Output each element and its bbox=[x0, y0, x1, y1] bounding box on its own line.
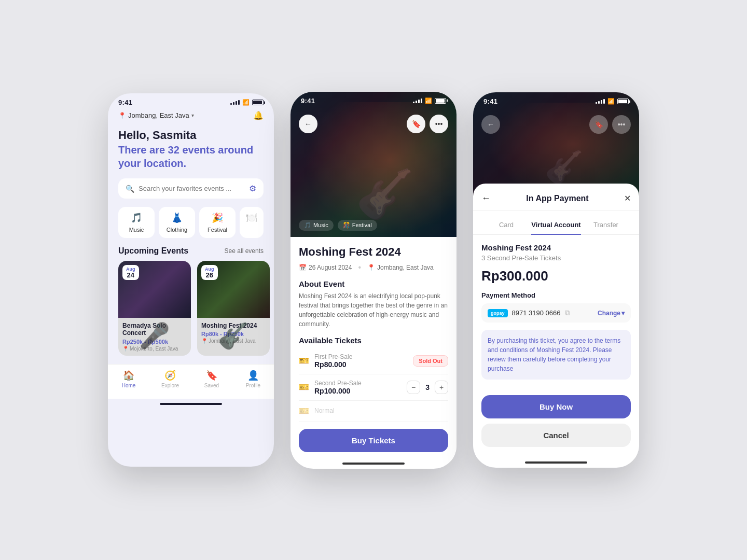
event-location-meta: 📍 Jombang, East Java bbox=[367, 264, 434, 271]
tag-music: 🎵 Music bbox=[299, 220, 334, 231]
tab-transfer[interactable]: Transfer bbox=[581, 217, 631, 235]
status-bar-1: 9:41 📶 bbox=[108, 93, 274, 108]
location-dot-icon-1: 📍 bbox=[122, 346, 129, 352]
nav-explore[interactable]: 🧭 Explore bbox=[149, 370, 191, 388]
payment-bookmark-button[interactable]: 🔖 bbox=[589, 115, 608, 134]
category-festival[interactable]: 🎉 Festival bbox=[199, 207, 236, 238]
filter-icon[interactable]: ⚙ bbox=[249, 184, 256, 193]
battery-icon-3 bbox=[617, 99, 629, 104]
category-music[interactable]: 🎵 Music bbox=[118, 207, 155, 238]
copy-icon[interactable]: ⧉ bbox=[565, 309, 570, 317]
ticket-type-3: Normal bbox=[314, 407, 335, 414]
category-food[interactable]: 🍽️ bbox=[240, 207, 264, 238]
terms-text: By purchasing this ticket, you agree to … bbox=[488, 336, 625, 373]
category-festival-label: Festival bbox=[208, 227, 227, 233]
categories-row: 🎵 Music 👗 Clothing 🎉 Festival 🍽️ bbox=[108, 199, 274, 238]
pin-icon: 📍 bbox=[118, 112, 126, 119]
nav-saved[interactable]: 🔖 Saved bbox=[191, 370, 232, 388]
payment-back-button[interactable]: ← bbox=[481, 193, 491, 204]
events-row: 🎤 Aug 24 Bernadya Solo Concert Rp250k - … bbox=[108, 261, 274, 356]
payment-method-row: gopay 8971 3190 0666 ⧉ Change ▾ bbox=[481, 303, 631, 323]
hero-action-buttons: 🔖 ••• bbox=[407, 115, 448, 133]
event-meta: 📅 26 August 2024 • 📍 Jombang, East Java bbox=[299, 263, 448, 272]
payment-more-button[interactable]: ••• bbox=[612, 115, 631, 134]
ticket-price-2: Rp100.000 bbox=[314, 387, 362, 395]
payment-method-left: gopay 8971 3190 0666 ⧉ bbox=[488, 309, 570, 317]
home-indicator-2 bbox=[342, 463, 405, 465]
ticket-icon-3: 🎫 bbox=[299, 406, 309, 416]
payment-hero-image: 🎸 ← 🔖 ••• bbox=[473, 92, 639, 196]
cancel-button[interactable]: Cancel bbox=[481, 424, 631, 447]
payment-header: ← In App Payment ✕ bbox=[473, 184, 639, 211]
home-indicator-3 bbox=[525, 461, 587, 464]
date-badge-2: Aug 26 bbox=[201, 265, 218, 280]
event-image-art-2: 🎸 bbox=[218, 321, 249, 351]
payment-back-hero-button[interactable]: ← bbox=[481, 115, 500, 134]
ticket-icon-2: 🎫 bbox=[299, 382, 309, 392]
battery-icon bbox=[252, 100, 264, 105]
ticket-icon-1: 🎫 bbox=[299, 356, 309, 366]
payment-tabs: Card Virtual Account Transfer bbox=[473, 211, 639, 235]
payment-screen: 9:41 📶 🎸 ← 🔖 ••• bbox=[473, 92, 639, 459]
bookmark-button[interactable]: 🔖 bbox=[407, 115, 425, 133]
location-row[interactable]: 📍 Jombang, East Java ▾ 🔔 bbox=[108, 108, 274, 124]
signal-icon-3 bbox=[596, 99, 605, 104]
event-image-art-1: 🎤 bbox=[139, 321, 170, 351]
payment-method-label: Payment Method bbox=[481, 291, 631, 299]
ticket-info-3: 🎫 Normal bbox=[299, 406, 335, 416]
payment-body: Moshing Fest 2024 3 Second Pre-Sale Tick… bbox=[473, 235, 639, 388]
food-icon: 🍽️ bbox=[246, 212, 257, 223]
music-icon: 🎵 bbox=[131, 212, 142, 223]
location-display[interactable]: 📍 Jombang, East Java ▾ bbox=[118, 111, 194, 119]
notification-bell-icon[interactable]: 🔔 bbox=[253, 110, 264, 120]
terms-box: By purchasing this ticket, you agree to … bbox=[481, 330, 631, 380]
event-date-meta: 📅 26 August 2024 bbox=[299, 264, 352, 271]
ticket-details-3: Normal bbox=[314, 407, 335, 414]
explore-icon: 🧭 bbox=[164, 370, 176, 381]
see-all-link[interactable]: See all events bbox=[225, 247, 264, 255]
category-clothing[interactable]: 👗 Clothing bbox=[159, 207, 195, 238]
qty-decrease-button[interactable]: − bbox=[407, 381, 420, 394]
search-input[interactable] bbox=[139, 185, 245, 192]
tab-card[interactable]: Card bbox=[481, 217, 531, 235]
location-dot-icon-2: 📍 bbox=[201, 338, 208, 344]
more-button[interactable]: ••• bbox=[430, 115, 448, 133]
chevron-down-icon: ▾ bbox=[191, 113, 194, 118]
time-2: 9:41 bbox=[301, 97, 315, 105]
tab-virtual-account[interactable]: Virtual Account bbox=[531, 217, 581, 235]
search-bar[interactable]: 🔍 ⚙ bbox=[118, 178, 264, 199]
buy-tickets-button[interactable]: Buy Tickets bbox=[299, 429, 448, 452]
ticket-type-1: First Pre-Sale bbox=[314, 353, 352, 360]
payment-ticket-type: 3 Second Pre-Sale Tickets bbox=[481, 254, 631, 262]
event-card-2[interactable]: 🎸 Aug 26 Moshing Fest 2024 Rp80k - Rp250… bbox=[197, 261, 270, 356]
status-bar-3: 9:41 📶 bbox=[473, 92, 639, 107]
nav-home[interactable]: 🏠 Home bbox=[108, 370, 149, 388]
payment-close-button[interactable]: ✕ bbox=[624, 193, 631, 203]
greeting-events-count: There are 32 events around your location… bbox=[118, 143, 264, 170]
nav-profile[interactable]: 👤 Profile bbox=[232, 370, 274, 388]
about-text: Moshing Fest 2024 is an electrifying loc… bbox=[299, 291, 448, 329]
calendar-icon: 📅 bbox=[299, 264, 307, 271]
event-location-text: Jombang, East Java bbox=[377, 264, 434, 271]
wifi-icon-3: 📶 bbox=[607, 98, 615, 105]
qty-increase-button[interactable]: + bbox=[435, 381, 448, 394]
home-icon: 🏠 bbox=[123, 370, 134, 381]
music-tag-label: Music bbox=[313, 222, 328, 228]
location-icon: 📍 bbox=[367, 264, 375, 271]
phone-home-screen: 9:41 📶 📍 Jombang, East Java ▾ 🔔 Hello, S… bbox=[108, 93, 274, 467]
tag-festival: 🎊 Festival bbox=[338, 220, 377, 231]
greeting-hello: Hello, Sasmita bbox=[118, 129, 264, 142]
change-payment-button[interactable]: Change ▾ bbox=[598, 310, 625, 317]
buy-now-button[interactable]: Buy Now bbox=[481, 395, 631, 418]
hero-image: 🎸 ← 🔖 ••• 🎵 Music 🎊 Festival bbox=[290, 92, 457, 237]
search-icon: 🔍 bbox=[126, 185, 134, 193]
nav-home-label: Home bbox=[122, 383, 136, 388]
qty-value: 3 bbox=[425, 383, 430, 391]
clothing-icon: 👗 bbox=[171, 212, 183, 223]
event-card-1[interactable]: 🎤 Aug 24 Bernadya Solo Concert Rp250k - … bbox=[118, 261, 191, 356]
category-music-label: Music bbox=[129, 227, 144, 233]
quantity-control[interactable]: − 3 + bbox=[407, 381, 448, 394]
hero-navigation: ← 🔖 ••• bbox=[290, 115, 457, 133]
payment-title: In App Payment bbox=[526, 194, 588, 203]
back-button[interactable]: ← bbox=[299, 115, 317, 133]
